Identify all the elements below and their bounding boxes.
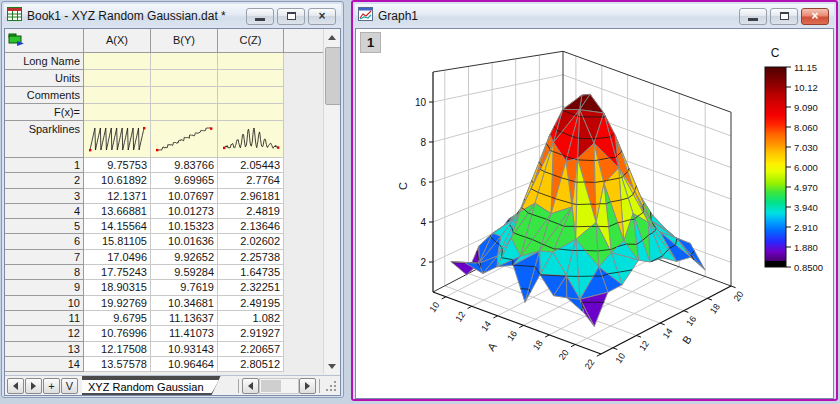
data-cell[interactable]: 10.01273 [151, 204, 218, 219]
vertical-scrollbar[interactable] [323, 29, 340, 374]
data-cell[interactable]: 13.66881 [84, 204, 151, 219]
row-number[interactable]: 1 [5, 158, 84, 173]
data-cell[interactable]: 9.6795 [84, 311, 151, 326]
horizontal-scrollbar[interactable] [242, 378, 316, 394]
data-cell[interactable]: 10.07697 [151, 189, 218, 204]
data-cell[interactable]: 2.32251 [218, 280, 284, 295]
data-cell[interactable]: 2.80512 [218, 357, 284, 372]
data-cell[interactable]: 10.15323 [151, 219, 218, 234]
minimize-button[interactable] [246, 8, 274, 25]
data-cell[interactable]: 2.02602 [218, 234, 284, 249]
data-cell[interactable]: 2.05443 [218, 158, 284, 173]
property-cell[interactable] [84, 70, 151, 87]
scroll-up-button[interactable] [324, 29, 340, 45]
row-number[interactable]: 8 [5, 265, 84, 280]
property-row-label[interactable]: Sparklines [5, 121, 84, 158]
worksheet-organizer-cell[interactable] [5, 29, 84, 53]
close-button[interactable]: × [801, 8, 829, 25]
data-cell[interactable]: 1.082 [218, 311, 284, 326]
data-cell[interactable]: 2.4819 [218, 204, 284, 219]
data-cell[interactable]: 2.13646 [218, 219, 284, 234]
property-cell[interactable] [218, 53, 284, 70]
property-row-label[interactable]: Long Name [5, 53, 84, 70]
data-cell[interactable]: 17.0496 [84, 250, 151, 265]
data-cell[interactable]: 9.69965 [151, 173, 218, 188]
data-cell[interactable]: 9.83766 [151, 158, 218, 173]
data-cell[interactable]: 11.13637 [151, 311, 218, 326]
scroll-right-button[interactable] [299, 378, 316, 394]
data-cell[interactable]: 13.57578 [84, 357, 151, 372]
property-cell[interactable] [218, 104, 284, 121]
property-cell[interactable] [151, 104, 218, 121]
data-cell[interactable]: 9.7619 [151, 280, 218, 295]
property-cell[interactable] [84, 53, 151, 70]
property-cell[interactable] [218, 70, 284, 87]
close-button[interactable]: × [308, 8, 336, 25]
next-sheet-button[interactable] [25, 378, 42, 394]
resize-grip[interactable] [325, 379, 338, 393]
restore-button[interactable] [770, 8, 798, 25]
property-row-label[interactable]: F(x)= [5, 104, 84, 121]
data-cell[interactable]: 12.1371 [84, 189, 151, 204]
scroll-left-button[interactable] [242, 378, 259, 394]
row-number[interactable]: 13 [5, 342, 84, 357]
row-number[interactable]: 11 [5, 311, 84, 326]
data-cell[interactable]: 10.61892 [84, 173, 151, 188]
data-cell[interactable]: 1.64735 [218, 265, 284, 280]
h-scroll-thumb[interactable] [261, 380, 281, 392]
sparkline-cell[interactable] [84, 121, 151, 158]
add-sheet-button[interactable]: + [43, 378, 60, 394]
sparkline-cell[interactable] [151, 121, 218, 158]
property-cell[interactable] [151, 70, 218, 87]
minimize-button[interactable] [739, 8, 767, 25]
data-cell[interactable]: 18.90315 [84, 280, 151, 295]
data-cell[interactable]: 2.49195 [218, 296, 284, 311]
sparkline-cell[interactable] [218, 121, 284, 158]
row-number[interactable]: 5 [5, 219, 84, 234]
row-number[interactable]: 2 [5, 173, 84, 188]
data-cell[interactable]: 9.92652 [151, 250, 218, 265]
graph-titlebar[interactable]: Graph1 × [355, 4, 834, 28]
data-cell[interactable]: 10.34681 [151, 296, 218, 311]
column-header[interactable]: B(Y) [151, 29, 218, 53]
sheet-tab[interactable]: XYZ Random Gaussian [82, 376, 221, 395]
data-cell[interactable]: 11.41073 [151, 326, 218, 341]
surface-plot-canvas[interactable]: 24681010121416182022101214161820ABCC11.1… [356, 29, 833, 395]
row-number[interactable]: 6 [5, 234, 84, 249]
data-cell[interactable]: 9.59284 [151, 265, 218, 280]
row-number[interactable]: 10 [5, 296, 84, 311]
data-cell[interactable]: 14.15564 [84, 219, 151, 234]
data-cell[interactable]: 2.91927 [218, 326, 284, 341]
property-cell[interactable] [84, 104, 151, 121]
column-header[interactable]: C(Z) [218, 29, 284, 53]
row-number[interactable]: 9 [5, 280, 84, 295]
column-header[interactable]: A(X) [84, 29, 151, 53]
prev-sheet-button[interactable] [7, 378, 24, 394]
data-cell[interactable]: 2.20657 [218, 342, 284, 357]
row-number[interactable]: 14 [5, 357, 84, 372]
data-cell[interactable]: 15.81105 [84, 234, 151, 249]
workbook-window[interactable]: Book1 - XYZ Random Gaussian.dat * × A(X)… [1, 1, 344, 398]
worksheet-grid[interactable]: A(X)B(Y)C(Z)Long NameUnitsCommentsF(x)=S… [5, 29, 325, 372]
data-cell[interactable]: 10.01636 [151, 234, 218, 249]
layer-badge[interactable]: 1 [360, 32, 381, 53]
property-cell[interactable] [84, 87, 151, 104]
row-number[interactable]: 4 [5, 204, 84, 219]
property-cell[interactable] [151, 53, 218, 70]
data-cell[interactable]: 12.17508 [84, 342, 151, 357]
data-cell[interactable]: 17.75243 [84, 265, 151, 280]
data-cell[interactable]: 10.76996 [84, 326, 151, 341]
data-cell[interactable]: 2.7764 [218, 173, 284, 188]
graph-window[interactable]: Graph1 × 2468101012141618202210121416182… [351, 0, 838, 401]
sheet-list-button[interactable]: V [61, 378, 78, 394]
row-number[interactable]: 7 [5, 250, 84, 265]
property-cell[interactable] [151, 87, 218, 104]
restore-button[interactable] [277, 8, 305, 25]
property-row-label[interactable]: Units [5, 70, 84, 87]
scrollbar-thumb[interactable] [325, 47, 341, 105]
data-cell[interactable]: 10.93143 [151, 342, 218, 357]
data-cell[interactable]: 10.96464 [151, 357, 218, 372]
data-cell[interactable]: 2.25738 [218, 250, 284, 265]
property-cell[interactable] [218, 87, 284, 104]
data-cell[interactable]: 2.96181 [218, 189, 284, 204]
